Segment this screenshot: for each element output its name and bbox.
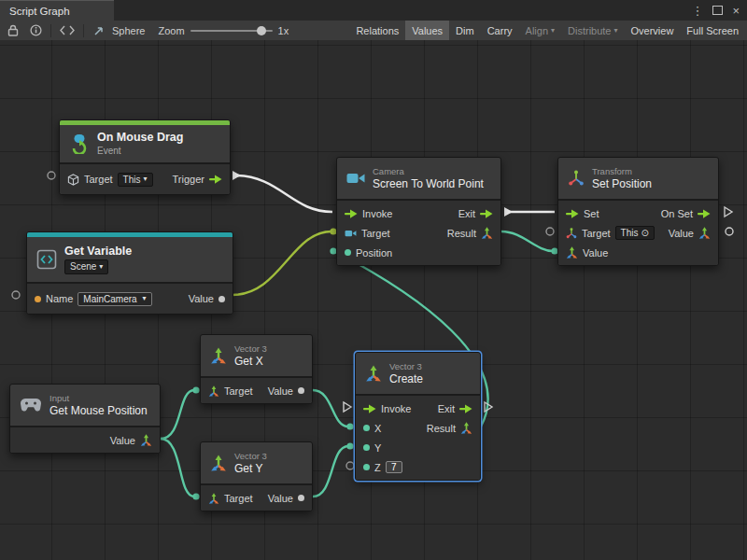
node-title: Get Variable bbox=[64, 245, 132, 259]
dim-button[interactable]: Dim bbox=[449, 21, 481, 40]
variable-name-dropdown[interactable]: MainCamera ▾ bbox=[78, 292, 151, 306]
graph-owner-selector[interactable]: Sphere bbox=[87, 25, 152, 36]
node-create-vector3[interactable]: Vector 3 Create Invoke Exit bbox=[355, 352, 481, 481]
node-get-variable[interactable]: Get Variable Scene ▾ Name MainCamera ▾ bbox=[26, 231, 233, 315]
port-label-target: Target bbox=[224, 385, 253, 397]
port-dot-icon[interactable] bbox=[218, 296, 225, 302]
node-screen-to-world-point[interactable]: Camera Screen To World Point Invoke Exit bbox=[336, 157, 501, 266]
port-label-y: Y bbox=[374, 442, 381, 454]
port-hollow-variable-name[interactable] bbox=[12, 291, 20, 299]
port-label-value: Value bbox=[189, 293, 214, 304]
wire-mouse-to-gety[interactable] bbox=[161, 439, 194, 497]
wire-result-to-value[interactable] bbox=[501, 231, 553, 251]
port-dot-gety-target[interactable] bbox=[192, 493, 199, 499]
port-dot-icon[interactable] bbox=[298, 387, 304, 394]
port-hollow-create-z[interactable] bbox=[346, 462, 354, 469]
port-dot-icon[interactable] bbox=[35, 296, 41, 302]
port-hollow-omd-target[interactable] bbox=[48, 172, 55, 179]
port-dot-icon[interactable] bbox=[363, 464, 370, 470]
variable-scope-dropdown[interactable]: Scene ▾ bbox=[64, 259, 108, 274]
flow-arrow-icon[interactable] bbox=[363, 404, 376, 413]
graph-toolbar: Sphere Zoom 1x Relations Values Dim Carr… bbox=[0, 21, 747, 41]
align-button[interactable]: Align▾ bbox=[519, 21, 561, 40]
maximize-icon[interactable] bbox=[712, 6, 723, 15]
port-dot-y[interactable] bbox=[346, 442, 353, 449]
port-dot-icon[interactable] bbox=[298, 495, 304, 501]
flow-arrow-icon[interactable] bbox=[459, 404, 472, 413]
relations-button[interactable]: Relations bbox=[349, 21, 405, 40]
node-header: Input Get Mouse Position bbox=[10, 385, 160, 426]
port-dot-x[interactable] bbox=[346, 423, 353, 429]
port-label-set: Set bbox=[584, 208, 599, 219]
port-hollow-setpos-value-out[interactable] bbox=[726, 228, 733, 235]
vector3-icon[interactable] bbox=[481, 227, 493, 239]
vector3-icon[interactable] bbox=[140, 434, 152, 446]
port-label-result: Result bbox=[447, 228, 476, 239]
close-icon[interactable]: × bbox=[732, 5, 740, 17]
node-header: Vector 3 Get Y bbox=[201, 442, 312, 483]
port-label-invoke: Invoke bbox=[362, 208, 392, 219]
this-dropdown[interactable]: This ⊙ bbox=[615, 226, 655, 240]
flow-arrow-icon[interactable] bbox=[345, 209, 358, 218]
flow-arrow-icon[interactable] bbox=[480, 209, 493, 218]
port-label-value-out: Value bbox=[669, 228, 694, 239]
wire-gety-to-y[interactable] bbox=[313, 446, 348, 497]
port-label-exit: Exit bbox=[458, 208, 475, 219]
fullscreen-button[interactable]: Full Screen bbox=[680, 21, 745, 40]
chevron-down-icon: ▾ bbox=[551, 27, 555, 35]
info-icon[interactable] bbox=[24, 21, 48, 40]
port-dot-icon[interactable] bbox=[363, 425, 370, 431]
vector3-icon bbox=[210, 455, 227, 471]
zoom-slider[interactable] bbox=[190, 30, 273, 32]
this-dropdown[interactable]: This ▾ bbox=[118, 173, 153, 187]
port-label-invoke: Invoke bbox=[381, 403, 411, 414]
node-title: Screen To World Point bbox=[373, 177, 484, 190]
vector3-icon bbox=[566, 246, 578, 259]
node-category: Vector 3 bbox=[234, 343, 267, 354]
lock-icon[interactable] bbox=[2, 21, 24, 40]
port-triangle-create-invoke[interactable] bbox=[344, 402, 351, 412]
port-dot-getx-target[interactable] bbox=[192, 386, 199, 393]
z-value-input[interactable]: 7 bbox=[386, 461, 402, 473]
chevron-down-icon: ▾ bbox=[614, 27, 618, 35]
port-label-value: Value bbox=[110, 435, 135, 446]
script-graph-window: Script Graph ⋮ × Sphere Zoom 1x bbox=[0, 0, 747, 560]
flow-arrow-icon[interactable] bbox=[209, 175, 222, 184]
port-hollow-setpos-target[interactable] bbox=[546, 228, 554, 235]
port-label-target: Target bbox=[224, 493, 253, 504]
menu-dots-icon[interactable]: ⋮ bbox=[691, 5, 703, 17]
wire-mouse-to-getx[interactable] bbox=[161, 390, 194, 439]
wire-trigger-to-invoke[interactable] bbox=[234, 175, 332, 212]
node-get-y[interactable]: Vector 3 Get Y Target Value bbox=[200, 441, 313, 511]
node-set-position[interactable]: Transform Set Position Set On Set bbox=[557, 157, 719, 266]
wire-arrowhead bbox=[233, 171, 241, 180]
vector3-icon[interactable] bbox=[698, 227, 711, 239]
flow-arrow-icon[interactable] bbox=[566, 209, 579, 218]
port-triangle-on-set[interactable] bbox=[725, 207, 732, 217]
values-button[interactable]: Values bbox=[405, 21, 449, 40]
wire-variable-to-target[interactable] bbox=[233, 231, 331, 295]
overview-button[interactable]: Overview bbox=[625, 21, 681, 40]
port-dot-icon[interactable] bbox=[345, 249, 351, 256]
transform-icon bbox=[568, 170, 585, 187]
graph-canvas[interactable]: On Mouse Drag Event Target This ▾ bbox=[0, 40, 747, 560]
zoom-slider-handle[interactable] bbox=[257, 26, 266, 35]
node-ports: Target This ▾ Trigger bbox=[60, 162, 230, 194]
tab-script-graph[interactable]: Script Graph bbox=[0, 0, 114, 21]
node-get-x[interactable]: Vector 3 Get X Target Value bbox=[200, 334, 313, 404]
port-dot-icon[interactable] bbox=[363, 444, 370, 451]
node-on-mouse-drag[interactable]: On Mouse Drag Event Target This ▾ bbox=[59, 119, 231, 195]
node-header: Transform Set Position bbox=[558, 158, 718, 199]
distribute-button[interactable]: Distribute▾ bbox=[561, 21, 624, 40]
code-icon[interactable] bbox=[54, 21, 80, 40]
gamepad-icon bbox=[20, 398, 42, 413]
toolbar-separator bbox=[83, 24, 84, 37]
carry-button[interactable]: Carry bbox=[481, 21, 519, 40]
vector3-icon[interactable] bbox=[460, 422, 472, 434]
flow-arrow-icon[interactable] bbox=[698, 209, 711, 218]
node-title: Get Mouse Position bbox=[49, 404, 148, 417]
node-get-mouse-position[interactable]: Input Get Mouse Position Value bbox=[9, 384, 161, 454]
cube-icon bbox=[67, 174, 79, 186]
port-label-on-set: On Set bbox=[661, 208, 693, 219]
node-category: Input bbox=[49, 393, 148, 403]
